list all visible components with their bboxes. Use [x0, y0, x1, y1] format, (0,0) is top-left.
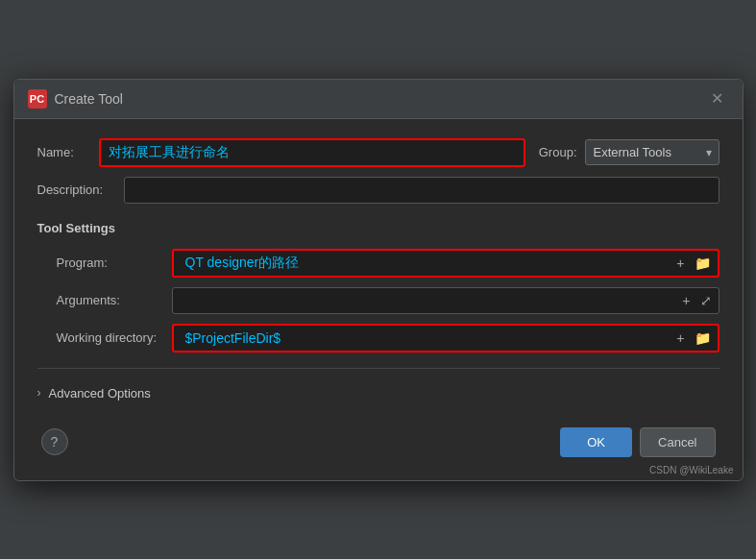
ok-button[interactable]: OK	[560, 427, 632, 457]
description-input[interactable]	[124, 177, 719, 204]
dialog-body: Name: Group: External Tools Other Tools …	[14, 119, 743, 480]
advanced-options-label: Advanced Options	[49, 386, 151, 401]
group-label: Group:	[539, 145, 577, 159]
description-row: Description:	[37, 177, 719, 204]
name-label: Name:	[37, 145, 85, 159]
program-label: Program:	[57, 255, 162, 270]
tool-settings-title: Tool Settings	[37, 221, 719, 235]
divider	[37, 368, 719, 369]
name-group-row: Name: Group: External Tools Other Tools	[37, 138, 719, 167]
working-dir-row: Working directory: + 📁	[37, 324, 719, 352]
arguments-icons: + ⤢	[675, 292, 714, 309]
program-icons: + 📁	[670, 255, 713, 272]
working-dir-input[interactable]	[182, 326, 671, 351]
advanced-chevron-icon: ›	[37, 386, 41, 400]
program-input-wrap: + 📁	[172, 249, 719, 278]
working-dir-folder-button[interactable]: 📁	[692, 329, 714, 347]
program-input[interactable]	[182, 251, 671, 276]
help-button[interactable]: ?	[41, 428, 68, 455]
tool-settings-section: Tool Settings Program: + 📁 Arguments:	[37, 221, 719, 352]
working-dir-label: Working directory:	[57, 330, 162, 345]
arguments-input-wrap: + ⤢	[172, 287, 719, 314]
title-bar: PC Create Tool ✕	[14, 80, 743, 119]
arguments-add-button[interactable]: +	[679, 292, 693, 309]
group-select-wrap: External Tools Other Tools	[585, 139, 719, 165]
group-wrap: Group: External Tools Other Tools	[539, 139, 719, 165]
arguments-input[interactable]	[181, 288, 676, 313]
footer: ? OK Cancel	[37, 420, 719, 461]
close-button[interactable]: ✕	[705, 89, 729, 109]
working-dir-input-wrap: + 📁	[172, 324, 719, 352]
working-dir-add-button[interactable]: +	[673, 329, 687, 347]
program-row: Program: + 📁	[37, 249, 719, 278]
arguments-expand-button[interactable]: ⤢	[697, 292, 715, 309]
arguments-row: Arguments: + ⤢	[37, 287, 719, 314]
description-label: Description:	[37, 182, 114, 197]
button-group: OK Cancel	[560, 427, 715, 457]
dialog-title: Create Tool	[55, 91, 123, 107]
program-folder-button[interactable]: 📁	[692, 255, 714, 272]
watermark: CSDN @WikiLeake	[649, 465, 733, 475]
cancel-button[interactable]: Cancel	[640, 427, 715, 457]
arguments-label: Arguments:	[57, 293, 162, 307]
working-dir-icons: + 📁	[670, 329, 713, 347]
group-select[interactable]: External Tools Other Tools	[585, 139, 719, 165]
program-add-button[interactable]: +	[673, 255, 687, 272]
name-input[interactable]	[99, 138, 525, 167]
advanced-options-row[interactable]: › Advanced Options	[37, 382, 719, 404]
app-icon: PC	[28, 89, 47, 109]
